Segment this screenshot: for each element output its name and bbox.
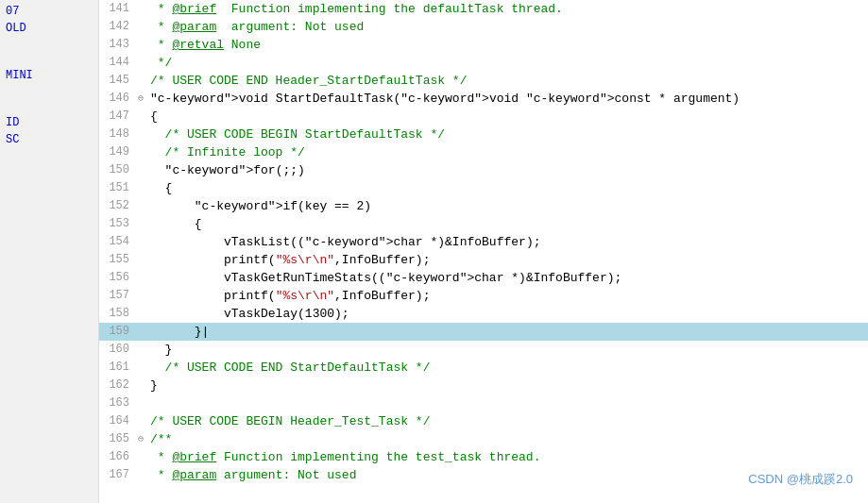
line-number: 154 [99,233,135,251]
code-content[interactable] [146,394,868,412]
table-row: 165⊖/** [99,430,868,448]
table-row: 149 /* Infinite loop */ [99,143,868,161]
table-row: 155 printf("%s\r\n",InfoBuffer); [99,251,868,269]
line-number: 161 [99,359,135,377]
code-content[interactable]: "c-keyword">if(key == 2) [146,197,868,215]
table-row: 146⊖"c-keyword">void StartDefaultTask("c… [99,90,868,108]
code-content[interactable]: */ [146,54,868,72]
code-table: 141 * @brief Function implementing the d… [99,0,868,484]
fold-indicator [135,72,146,90]
line-number: 164 [99,412,135,430]
fold-indicator [135,143,146,161]
table-row: 159 }| [99,323,868,341]
line-number: 146 [99,90,135,108]
fold-indicator [135,341,146,359]
fold-indicator [135,233,146,251]
sidebar-item-old[interactable]: OLD [0,21,98,36]
code-content[interactable]: { [146,215,868,233]
sidebar-item-sc[interactable]: SC [0,132,98,147]
fold-indicator [135,359,146,377]
code-content[interactable]: * @brief Function implementing the defau… [146,0,868,18]
sidebar-item-id[interactable]: ID [0,115,98,130]
fold-indicator [135,394,146,412]
code-content[interactable]: "c-keyword">for(;;) [146,161,868,179]
fold-indicator [135,305,146,323]
fold-indicator [135,54,146,72]
sidebar-item-mini[interactable]: MINI [0,68,98,83]
fold-indicator [135,18,146,36]
fold-indicator[interactable]: ⊖ [135,90,146,108]
table-row: 157 printf("%s\r\n",InfoBuffer); [99,287,868,305]
table-row: 161 /* USER CODE END StartDefaultTask */ [99,359,868,377]
table-row: 153 { [99,215,868,233]
line-number: 149 [99,143,135,161]
fold-indicator [135,179,146,197]
line-number: 156 [99,269,135,287]
line-number: 158 [99,305,135,323]
sidebar: 07 OLD MINI ID SC [0,0,99,503]
table-row: 145/* USER CODE END Header_StartDefaultT… [99,72,868,90]
fold-indicator [135,251,146,269]
line-number: 143 [99,36,135,54]
fold-indicator [135,215,146,233]
line-number: 159 [99,323,135,341]
code-content[interactable]: /* USER CODE END Header_StartDefaultTask… [146,72,868,90]
table-row: 147{ [99,108,868,126]
fold-indicator [135,126,146,143]
table-row: 141 * @brief Function implementing the d… [99,0,868,18]
table-row: 154 vTaskList(("c-keyword">char *)&InfoB… [99,233,868,251]
fold-indicator [135,0,146,18]
code-content[interactable]: * @brief Function implementing the test_… [146,448,868,466]
code-content[interactable]: vTaskList(("c-keyword">char *)&InfoBuffe… [146,233,868,251]
code-content[interactable]: * @retval None [146,36,868,54]
line-number: 144 [99,54,135,72]
code-content[interactable]: } [146,341,868,359]
sidebar-item-07[interactable]: 07 [0,4,98,19]
fold-indicator [135,269,146,287]
table-row: 144 */ [99,54,868,72]
fold-indicator [135,36,146,54]
fold-indicator [135,448,146,466]
table-row: 142 * @param argument: Not used [99,18,868,36]
code-content[interactable]: /** [146,430,868,448]
line-number: 142 [99,18,135,36]
fold-indicator [135,466,146,484]
code-content[interactable]: vTaskDelay(1300); [146,305,868,323]
code-content[interactable]: { [146,108,868,126]
line-number: 160 [99,341,135,359]
code-content[interactable]: }| [146,323,868,341]
code-content[interactable]: * @param argument: Not used [146,18,868,36]
code-content[interactable]: vTaskGetRunTimeStats(("c-keyword">char *… [146,269,868,287]
code-content[interactable]: { [146,179,868,197]
table-row: 148 /* USER CODE BEGIN StartDefaultTask … [99,126,868,143]
table-row: 164/* USER CODE BEGIN Header_Test_Task *… [99,412,868,430]
code-content[interactable]: printf("%s\r\n",InfoBuffer); [146,251,868,269]
fold-indicator [135,161,146,179]
table-row: 152 "c-keyword">if(key == 2) [99,197,868,215]
code-content[interactable]: /* USER CODE END StartDefaultTask */ [146,359,868,377]
line-number: 153 [99,215,135,233]
code-content[interactable]: /* USER CODE BEGIN StartDefaultTask */ [146,126,868,143]
table-row: 166 * @brief Function implementing the t… [99,448,868,466]
fold-indicator [135,323,146,341]
table-row: 150 "c-keyword">for(;;) [99,161,868,179]
fold-indicator[interactable]: ⊖ [135,430,146,448]
table-row: 143 * @retval None [99,36,868,54]
fold-indicator [135,377,146,394]
code-content[interactable]: } [146,377,868,394]
code-content[interactable]: /* Infinite loop */ [146,143,868,161]
code-content[interactable]: /* USER CODE BEGIN Header_Test_Task */ [146,412,868,430]
table-row: 158 vTaskDelay(1300); [99,305,868,323]
table-row: 151 { [99,179,868,197]
code-content[interactable]: printf("%s\r\n",InfoBuffer); [146,287,868,305]
table-row: 162} [99,377,868,394]
line-number: 163 [99,394,135,412]
line-number: 141 [99,0,135,18]
fold-indicator [135,287,146,305]
code-content[interactable]: "c-keyword">void StartDefaultTask("c-key… [146,90,868,108]
line-number: 145 [99,72,135,90]
line-number: 157 [99,287,135,305]
line-number: 165 [99,430,135,448]
fold-indicator [135,412,146,430]
line-number: 162 [99,377,135,394]
